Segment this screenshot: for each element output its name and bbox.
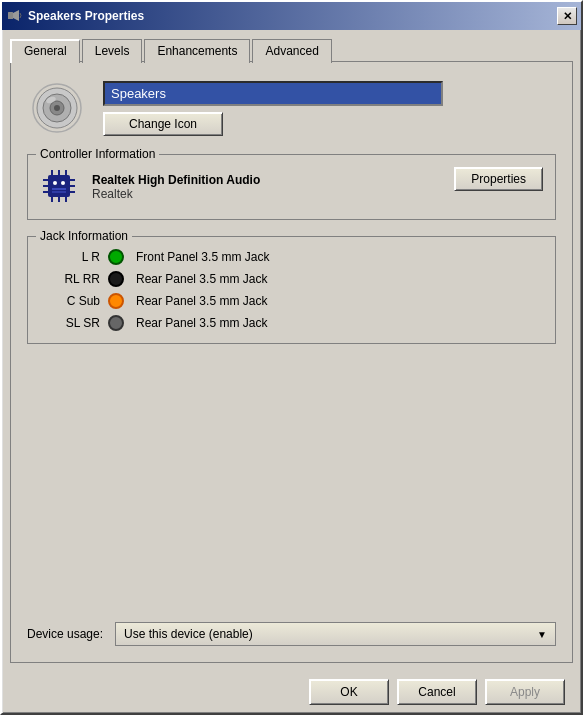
device-name-input[interactable] (103, 81, 443, 106)
svg-point-6 (54, 105, 60, 111)
jack-indicator-csub (108, 293, 124, 309)
device-usage-label: Device usage: (27, 627, 103, 641)
window-content: General Levels Enhancements Advanced (2, 30, 581, 671)
jack-label-rlrr: RL RR (40, 272, 100, 286)
jack-label-lr: L R (40, 250, 100, 264)
title-bar: Speakers Properties ✕ (2, 2, 581, 30)
tab-enhancements[interactable]: Enhancements (144, 39, 250, 63)
tab-levels[interactable]: Levels (82, 39, 143, 63)
bottom-buttons: OK Cancel Apply (2, 671, 581, 713)
title-bar-title: Speakers Properties (28, 9, 557, 23)
tabs-bar: General Levels Enhancements Advanced (10, 38, 573, 62)
jack-desc-csub: Rear Panel 3.5 mm Jack (136, 294, 543, 308)
jack-label-slsr: SL SR (40, 316, 100, 330)
jack-group-title: Jack Information (36, 229, 132, 243)
controller-row: Realtek High Definition Audio Realtek Pr… (40, 163, 543, 207)
controller-brand: Realtek (92, 187, 442, 201)
device-usage-select[interactable]: Use this device (enable) ▼ (115, 622, 556, 646)
jack-desc-rlrr: Rear Panel 3.5 mm Jack (136, 272, 543, 286)
tab-general[interactable]: General (10, 39, 80, 63)
close-button[interactable]: ✕ (557, 7, 577, 25)
title-bar-icon (6, 8, 22, 24)
svg-point-22 (61, 181, 65, 185)
svg-rect-8 (48, 175, 70, 197)
tab-content-general: Change Icon Controller Information (10, 61, 573, 663)
svg-point-21 (53, 181, 57, 185)
speakers-properties-window: Speakers Properties ✕ General Levels Enh… (0, 0, 583, 715)
controller-group-title: Controller Information (36, 147, 159, 161)
jack-indicator-lr (108, 249, 124, 265)
controller-info-group: Controller Information (27, 154, 556, 220)
jack-desc-lr: Front Panel 3.5 mm Jack (136, 250, 543, 264)
speaker-icon (31, 82, 83, 134)
controller-properties-button[interactable]: Properties (454, 167, 543, 191)
jack-indicator-slsr (108, 315, 124, 331)
device-usage-row: Device usage: Use this device (enable) ▼ (27, 614, 556, 646)
jack-indicator-rlrr (108, 271, 124, 287)
cancel-button[interactable]: Cancel (397, 679, 477, 705)
apply-button[interactable]: Apply (485, 679, 565, 705)
name-section: Change Icon (103, 81, 443, 136)
icon-name-row: Change Icon (27, 78, 556, 138)
controller-name: Realtek High Definition Audio (92, 173, 442, 187)
device-usage-value: Use this device (enable) (124, 627, 253, 641)
jack-info-group: Jack Information L R Front Panel 3.5 mm … (27, 236, 556, 344)
device-icon-container (27, 78, 87, 138)
jack-desc-slsr: Rear Panel 3.5 mm Jack (136, 316, 543, 330)
change-icon-button[interactable]: Change Icon (103, 112, 223, 136)
jack-table: L R Front Panel 3.5 mm Jack RL RR Rear P… (40, 245, 543, 331)
chip-icon (40, 167, 80, 207)
svg-rect-0 (8, 12, 13, 19)
tab-advanced[interactable]: Advanced (252, 39, 331, 63)
controller-text: Realtek High Definition Audio Realtek (92, 173, 442, 201)
jack-label-csub: C Sub (40, 294, 100, 308)
ok-button[interactable]: OK (309, 679, 389, 705)
select-arrow-icon: ▼ (537, 629, 547, 640)
svg-marker-1 (13, 10, 19, 21)
